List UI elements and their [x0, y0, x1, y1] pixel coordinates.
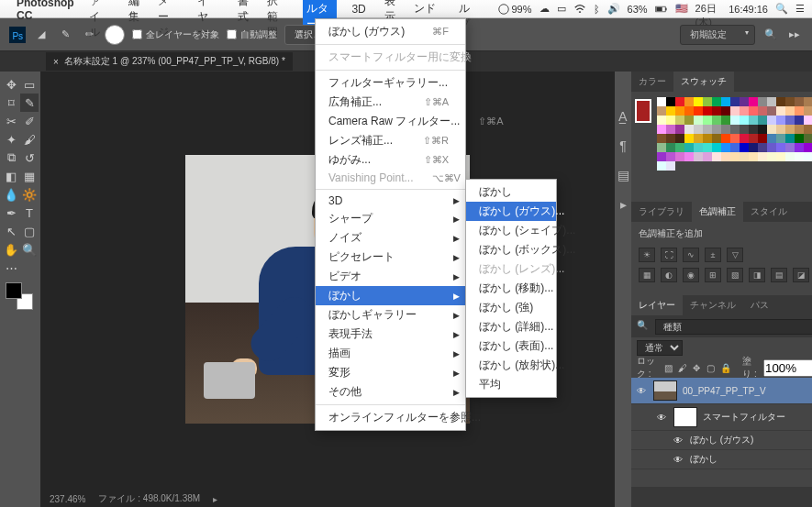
swatch[interactable]	[666, 125, 675, 134]
visibility-icon[interactable]: 👁	[635, 386, 648, 396]
swatch[interactable]	[675, 106, 684, 116]
filter-item[interactable]: 👁 ぼかし ⚙	[631, 450, 812, 469]
swatch[interactable]	[767, 152, 776, 161]
quick-select-tool[interactable]: ✎	[20, 94, 39, 112]
swatch[interactable]	[684, 106, 694, 116]
swatch[interactable]	[666, 134, 675, 143]
type-tool[interactable]: T	[20, 204, 39, 222]
swatch[interactable]	[767, 97, 776, 106]
swatch[interactable]	[758, 97, 767, 106]
swatch[interactable]	[730, 143, 740, 152]
search-icon[interactable]: 🔍	[775, 3, 788, 15]
swatch[interactable]	[684, 152, 694, 161]
swatch[interactable]	[767, 106, 776, 116]
blur-item[interactable]: ぼかし	[466, 182, 556, 202]
swatch[interactable]	[666, 106, 675, 116]
menu-type[interactable]: 書式	[234, 0, 252, 27]
swatch[interactable]	[776, 125, 785, 134]
blur-more-item[interactable]: ぼかし (強)	[466, 298, 556, 317]
box-blur-item[interactable]: ぼかし (ボックス)...	[466, 240, 556, 259]
all-layers-checkbox[interactable]: 全レイヤーを対象	[132, 28, 219, 41]
gaussian-blur-item[interactable]: ぼかし (ガウス)...	[466, 202, 556, 221]
swatch[interactable]	[730, 125, 740, 134]
swatch[interactable]	[721, 143, 730, 152]
swatch[interactable]	[740, 97, 749, 106]
surface-blur-item[interactable]: ぼかし (表面)...	[466, 336, 556, 356]
swatch[interactable]	[675, 134, 684, 143]
filter-type-icon[interactable]: 🔍	[637, 320, 650, 333]
swatch[interactable]	[675, 116, 684, 125]
swatch[interactable]	[721, 116, 730, 125]
color-tab[interactable]: カラー	[631, 72, 673, 92]
swatch[interactable]	[694, 97, 703, 106]
stamp-tool[interactable]: ⧉	[2, 149, 20, 167]
lock-pos-icon[interactable]: ✥	[693, 361, 701, 374]
swatch[interactable]	[795, 143, 804, 152]
workspace-preset[interactable]: 初期設定	[680, 25, 755, 45]
library-tab[interactable]: ライブラリ	[631, 202, 692, 222]
swatch[interactable]	[749, 106, 758, 116]
pen-tool[interactable]: ✒	[2, 204, 20, 222]
radial-blur-item[interactable]: ぼかし (放射状)...	[466, 356, 556, 375]
swatch[interactable]	[776, 97, 785, 106]
curves-icon[interactable]: ∿	[683, 248, 699, 262]
threshold-icon[interactable]: ◪	[793, 268, 809, 282]
swatch[interactable]	[684, 116, 694, 125]
sub-distort[interactable]: 変形▶	[316, 363, 465, 382]
swatch[interactable]	[730, 116, 740, 125]
camera-raw-item[interactable]: Camera Raw フィルター...⇧⌘A	[316, 112, 465, 131]
app-name[interactable]: Photoshop CC	[17, 0, 74, 22]
swatch[interactable]	[804, 106, 812, 116]
swatch[interactable]	[694, 152, 703, 161]
shape-blur-item[interactable]: ぼかし (シェイプ)...	[466, 221, 556, 240]
swatch[interactable]	[776, 152, 785, 161]
hue-icon[interactable]: ▦	[639, 268, 655, 282]
swatch[interactable]	[758, 106, 767, 116]
styles-tab[interactable]: スタイル	[743, 202, 795, 222]
layer-name[interactable]: 00_PP47_PP_TP_V	[683, 386, 812, 396]
swatch[interactable]	[712, 134, 721, 143]
eyedropper-tool[interactable]: ✐	[20, 112, 39, 130]
layer-row[interactable]: 👁 00_PP47_PP_TP_V	[631, 378, 812, 404]
swatch[interactable]	[657, 134, 666, 143]
swatch[interactable]	[740, 143, 749, 152]
visibility-icon[interactable]: 👁	[672, 435, 684, 446]
layer-thumb[interactable]	[653, 380, 677, 401]
lut-icon[interactable]: ▧	[727, 268, 743, 282]
swatch[interactable]	[703, 116, 712, 125]
swatch[interactable]	[666, 116, 675, 125]
brush-picker-icon[interactable]: ✏	[81, 27, 97, 43]
document-tab[interactable]: × 名称未設定 1 @ 237% (00_PP47_PP_TP_V, RGB/8…	[46, 52, 293, 71]
levels-icon[interactable]: ⛶	[661, 248, 677, 262]
history-brush-tool[interactable]: ↺	[20, 149, 39, 167]
notif-icon[interactable]: ☰	[795, 3, 805, 15]
swatch[interactable]	[675, 143, 684, 152]
swatch[interactable]	[767, 134, 776, 143]
fill-input[interactable]	[763, 359, 812, 377]
ps-icon[interactable]: Ps	[9, 27, 26, 43]
dodge-tool[interactable]: 🔆	[20, 185, 39, 204]
swatch[interactable]	[675, 125, 684, 134]
swatch[interactable]	[758, 152, 767, 161]
swatch[interactable]	[795, 116, 804, 125]
swatch[interactable]	[795, 97, 804, 106]
swatch[interactable]	[749, 116, 758, 125]
quick-select-icon[interactable]: ✎	[57, 27, 73, 43]
lock-nest-icon[interactable]: ▢	[706, 361, 715, 374]
swatch[interactable]	[804, 152, 812, 161]
poster-icon[interactable]: ▤	[771, 268, 787, 282]
swatch[interactable]	[694, 134, 703, 143]
swatch[interactable]	[657, 161, 666, 171]
swatch[interactable]	[758, 125, 767, 134]
swatch[interactable]	[758, 143, 767, 152]
swatch[interactable]	[795, 125, 804, 134]
motion-blur-item[interactable]: ぼかし (移動)...	[466, 279, 556, 298]
lock-all-icon[interactable]: 🔒	[720, 361, 731, 374]
vibrance-icon[interactable]: ▽	[727, 248, 743, 262]
swatch[interactable]	[740, 152, 749, 161]
sub-pixelate[interactable]: ピクセレート▶	[316, 248, 465, 267]
browse-online-item[interactable]: オンラインフィルターを参照...	[316, 408, 465, 427]
swatch[interactable]	[675, 152, 684, 161]
file-info[interactable]: ファイル : 498.0K/1.38M	[98, 492, 200, 505]
zoom-level[interactable]: 237.46%	[50, 494, 85, 504]
